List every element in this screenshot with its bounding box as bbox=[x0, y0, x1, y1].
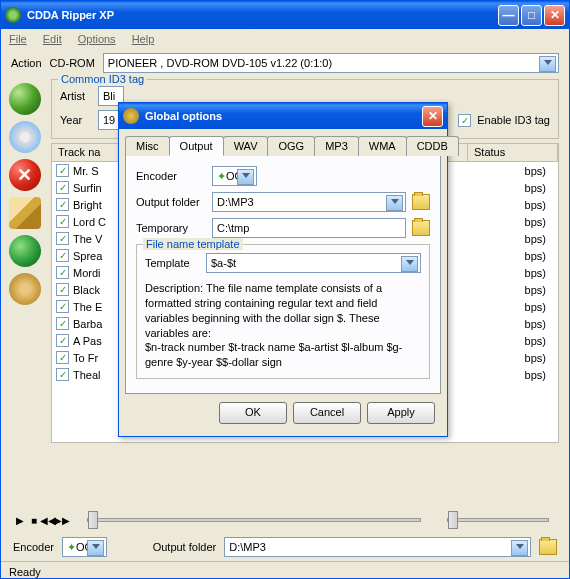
chevron-down-icon bbox=[406, 260, 414, 265]
track-checkbox[interactable] bbox=[56, 300, 69, 313]
track-checkbox[interactable] bbox=[56, 181, 69, 194]
year-label: Year bbox=[60, 114, 92, 126]
track-checkbox[interactable] bbox=[56, 317, 69, 330]
modal-encoder-label: Encoder bbox=[136, 170, 206, 182]
tab-misc[interactable]: Misc bbox=[125, 136, 170, 156]
id3-legend: Common ID3 tag bbox=[58, 73, 147, 85]
cd-icon[interactable] bbox=[9, 121, 41, 153]
encoder-combo[interactable]: ✦ OGG bbox=[62, 537, 107, 557]
track-checkbox[interactable] bbox=[56, 232, 69, 245]
browse-output-icon[interactable] bbox=[412, 194, 430, 210]
header-status[interactable]: Status bbox=[468, 144, 558, 161]
modal-encoder-combo[interactable]: ✦ OGG bbox=[212, 166, 257, 186]
stop-icon[interactable] bbox=[9, 159, 41, 191]
apply-button[interactable]: Apply bbox=[367, 402, 435, 424]
slider-thumb[interactable] bbox=[88, 511, 98, 529]
volume-slider[interactable] bbox=[447, 518, 549, 522]
drive-value: PIONEER , DVD-ROM DVD-105 v1.22 (0:1:0) bbox=[108, 57, 332, 69]
enable-id3-checkbox[interactable] bbox=[458, 114, 471, 127]
titlebar[interactable]: CDDA Ripper XP — □ ✕ bbox=[1, 1, 569, 29]
next-button[interactable]: ▶▶ bbox=[55, 513, 69, 527]
dialog-title: Global options bbox=[145, 110, 422, 122]
tab-output[interactable]: Output bbox=[169, 136, 224, 156]
template-combo[interactable]: $a-$t bbox=[206, 253, 421, 273]
track-checkbox[interactable] bbox=[56, 368, 69, 381]
track-checkbox[interactable] bbox=[56, 198, 69, 211]
dialog-titlebar[interactable]: Global options ✕ bbox=[119, 103, 447, 129]
settings-icon[interactable] bbox=[9, 273, 41, 305]
track-bitrate: bps) bbox=[525, 216, 554, 228]
menu-help[interactable]: Help bbox=[132, 33, 155, 45]
slider-thumb[interactable] bbox=[448, 511, 458, 529]
dialog-close-button[interactable]: ✕ bbox=[422, 106, 443, 127]
modal-output-label: Output folder bbox=[136, 196, 206, 208]
tab-wma[interactable]: WMA bbox=[358, 136, 407, 156]
prev-button[interactable]: ◀◀ bbox=[41, 513, 55, 527]
cddb-icon[interactable] bbox=[9, 235, 41, 267]
track-bitrate: bps) bbox=[525, 318, 554, 330]
menu-file[interactable]: File bbox=[9, 33, 27, 45]
cancel-button[interactable]: Cancel bbox=[293, 402, 361, 424]
chevron-down-icon bbox=[516, 544, 524, 549]
outputfolder-combo[interactable]: D:\MP3 bbox=[224, 537, 531, 557]
chevron-down-icon bbox=[544, 60, 552, 65]
menu-edit[interactable]: Edit bbox=[43, 33, 62, 45]
global-options-dialog: Global options ✕ Misc Output WAV OGG MP3… bbox=[118, 102, 448, 437]
track-bitrate: bps) bbox=[525, 284, 554, 296]
toolbar bbox=[9, 79, 47, 503]
bottom-bar: Encoder ✦ OGG Output folder D:\MP3 bbox=[1, 533, 569, 561]
template-fieldset: File name template Template $a-$t Descri… bbox=[136, 244, 430, 379]
tab-cddb[interactable]: CDDB bbox=[406, 136, 459, 156]
template-label: Template bbox=[145, 257, 200, 269]
track-bitrate: bps) bbox=[525, 301, 554, 313]
track-bitrate: bps) bbox=[525, 369, 554, 381]
track-bitrate: bps) bbox=[525, 165, 554, 177]
track-checkbox[interactable] bbox=[56, 351, 69, 364]
chevron-down-icon bbox=[242, 173, 250, 178]
ok-button[interactable]: OK bbox=[219, 402, 287, 424]
close-button[interactable]: ✕ bbox=[544, 5, 565, 26]
gear-icon bbox=[123, 108, 139, 124]
tab-strip: Misc Output WAV OGG MP3 WMA CDDB bbox=[125, 135, 441, 156]
track-checkbox[interactable] bbox=[56, 249, 69, 262]
template-legend: File name template bbox=[143, 238, 243, 250]
track-checkbox[interactable] bbox=[56, 266, 69, 279]
app-icon bbox=[5, 7, 21, 23]
play-button[interactable]: ▶ bbox=[13, 513, 27, 527]
template-description: Description: The file name template cons… bbox=[145, 281, 421, 370]
artist-label: Artist bbox=[60, 90, 92, 102]
tab-ogg[interactable]: OGG bbox=[267, 136, 315, 156]
outputfolder-label: Output folder bbox=[153, 541, 217, 553]
cdrom-label: CD-ROM bbox=[50, 57, 95, 69]
playback-bar: ▶ ■ ◀◀ ▶▶ bbox=[1, 507, 569, 533]
track-bitrate: bps) bbox=[525, 267, 554, 279]
browse-temp-icon[interactable] bbox=[412, 220, 430, 236]
minimize-button[interactable]: — bbox=[498, 5, 519, 26]
menubar: File Edit Options Help bbox=[1, 29, 569, 49]
window-title: CDDA Ripper XP bbox=[27, 9, 498, 21]
modal-temp-input[interactable] bbox=[212, 218, 406, 238]
tab-mp3[interactable]: MP3 bbox=[314, 136, 359, 156]
modal-output-value: D:\MP3 bbox=[217, 196, 254, 208]
tab-wav[interactable]: WAV bbox=[223, 136, 269, 156]
menu-options[interactable]: Options bbox=[78, 33, 116, 45]
browse-folder-icon[interactable] bbox=[539, 539, 557, 555]
stop-button[interactable]: ■ bbox=[27, 513, 41, 527]
track-checkbox[interactable] bbox=[56, 164, 69, 177]
track-bitrate: bps) bbox=[525, 182, 554, 194]
chevron-down-icon bbox=[92, 544, 100, 549]
maximize-button[interactable]: □ bbox=[521, 5, 542, 26]
track-checkbox[interactable] bbox=[56, 215, 69, 228]
track-checkbox[interactable] bbox=[56, 283, 69, 296]
position-slider[interactable] bbox=[87, 518, 421, 522]
track-bitrate: bps) bbox=[525, 250, 554, 262]
outputfolder-value: D:\MP3 bbox=[229, 541, 266, 553]
modal-output-combo[interactable]: D:\MP3 bbox=[212, 192, 406, 212]
rip-icon[interactable] bbox=[9, 83, 41, 115]
track-bitrate: bps) bbox=[525, 199, 554, 211]
drive-combo[interactable]: PIONEER , DVD-ROM DVD-105 v1.22 (0:1:0) bbox=[103, 53, 559, 73]
modal-temp-label: Temporary bbox=[136, 222, 206, 234]
status-text: Ready bbox=[9, 566, 41, 578]
track-checkbox[interactable] bbox=[56, 334, 69, 347]
edit-icon[interactable] bbox=[9, 197, 41, 229]
